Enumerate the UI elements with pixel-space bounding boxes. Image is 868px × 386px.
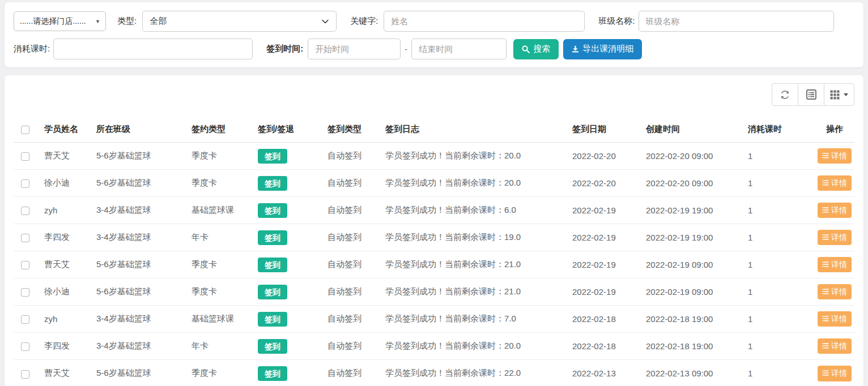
cell-checkin-date: 2022-02-19 (569, 197, 643, 224)
cell-student-name: 曹天艾 (41, 360, 93, 386)
chevron-down-icon (321, 18, 329, 25)
detail-button-label: 详情 (831, 151, 847, 161)
row-checkbox[interactable] (21, 152, 29, 161)
column-created-time: 创建时间 (643, 116, 744, 143)
detail-button[interactable]: 详情 (818, 175, 852, 191)
cell-checkin-log: 学员签到成功！当前剩余课时：19.0 (382, 224, 569, 251)
cell-contract-type: 年卡 (188, 333, 254, 360)
cell-consumed-hours: 1 (744, 306, 815, 333)
cell-contract-type: 基础篮球课 (188, 197, 254, 224)
detail-button[interactable]: 详情 (818, 257, 852, 273)
detail-button[interactable]: 详情 (818, 203, 852, 218)
detail-button-label: 详情 (831, 314, 847, 324)
cell-created-time: 2022-02-20 09:00 (643, 143, 744, 170)
columns-button[interactable] (824, 83, 854, 106)
end-time-input[interactable] (411, 38, 507, 59)
row-checkbox[interactable] (21, 315, 29, 324)
row-checkbox[interactable] (21, 261, 29, 269)
cell-checkin-log: 学员签到成功！当前剩余课时：22.0 (382, 360, 569, 386)
dropdown-arrow-icon: ▼ (95, 19, 100, 24)
type-select-value: 全部 (150, 16, 167, 27)
column-student-name: 学员姓名 (41, 116, 93, 143)
row-checkbox[interactable] (21, 370, 29, 379)
cell-checkin-log: 学员签到成功！当前剩余课时：20.0 (382, 333, 569, 360)
cell-checkin-date: 2022-02-19 (569, 224, 643, 251)
cell-checkin-type: 自动签到 (324, 224, 382, 251)
checkin-badge: 签到 (258, 176, 287, 191)
class-name-input[interactable] (639, 11, 834, 32)
cell-student-name: zyh (41, 306, 93, 333)
detail-list-icon (822, 234, 829, 241)
store-select-value: ......请选择门店...... (20, 16, 86, 27)
detail-list-icon (822, 315, 829, 322)
cell-contract-type: 季度卡 (188, 170, 254, 197)
row-checkbox[interactable] (21, 342, 29, 351)
cell-student-name: 李四发 (41, 224, 93, 251)
cell-class: 3-4岁基础篮球 (93, 197, 188, 224)
download-icon (572, 45, 579, 53)
filter-panel: ......请选择门店...... ▼ 类型: 全部 关键字: 班级名称: 消耗… (5, 2, 863, 67)
cell-class: 5-6岁基础篮球 (93, 360, 188, 386)
cell-checkin-log: 学员签到成功！当前剩余课时：21.0 (382, 251, 569, 278)
row-checkbox[interactable] (21, 234, 29, 242)
cell-checkin-type: 自动签到 (324, 197, 382, 224)
table-row: 曹天艾 5-6岁基础篮球 季度卡 签到 自动签到 学员签到成功！当前剩余课时：2… (14, 360, 854, 386)
table-body: 曹天艾 5-6岁基础篮球 季度卡 签到 自动签到 学员签到成功！当前剩余课时：2… (14, 143, 854, 386)
cell-contract-type: 季度卡 (188, 251, 254, 278)
cell-checkin-type: 自动签到 (324, 143, 382, 170)
keyword-input[interactable] (384, 11, 585, 32)
cell-student-name: 李四发 (41, 333, 93, 360)
cell-checkin-log: 学员签到成功！当前剩余课时：20.0 (382, 170, 569, 197)
detail-button-label: 详情 (831, 260, 847, 269)
checkin-badge: 签到 (258, 258, 287, 272)
table-row: 曹天艾 5-6岁基础篮球 季度卡 签到 自动签到 学员签到成功！当前剩余课时：2… (14, 143, 854, 170)
detail-button-label: 详情 (831, 178, 847, 188)
refresh-button[interactable] (772, 83, 798, 106)
cell-contract-type: 季度卡 (188, 143, 254, 170)
cell-student-name: 曹天艾 (41, 143, 93, 170)
search-button[interactable]: 搜索 (513, 39, 559, 59)
checkin-badge: 签到 (258, 203, 287, 218)
detail-button[interactable]: 详情 (818, 366, 852, 381)
cell-checkin-date: 2022-02-18 (569, 306, 643, 333)
class-name-label: 班级名称: (598, 16, 635, 27)
caret-down-icon (844, 93, 848, 96)
table-header: 学员姓名 所在班级 签约类型 签到/签退 签到类型 签到日志 签到日期 创建时间… (14, 116, 854, 143)
start-time-input[interactable] (308, 38, 401, 59)
detail-button-label: 详情 (831, 287, 847, 297)
detail-button[interactable]: 详情 (818, 311, 852, 327)
detail-button[interactable]: 详情 (818, 230, 852, 246)
detail-button[interactable]: 详情 (818, 338, 852, 354)
detail-button[interactable]: 详情 (818, 284, 852, 300)
search-button-label: 搜索 (533, 44, 550, 54)
cell-checkin-type: 自动签到 (324, 251, 382, 278)
row-checkbox[interactable] (21, 288, 29, 297)
cell-consumed-hours: 1 (744, 251, 815, 278)
consumed-hours-input[interactable] (53, 38, 253, 59)
detail-button-label: 详情 (831, 205, 847, 215)
table-row: 曹天艾 5-6岁基础篮球 季度卡 签到 自动签到 学员签到成功！当前剩余课时：2… (14, 251, 854, 278)
row-checkbox[interactable] (21, 179, 29, 188)
export-button[interactable]: 导出课消明细 (563, 39, 642, 59)
cell-student-name: 徐小迪 (41, 170, 93, 197)
cell-consumed-hours: 1 (744, 143, 815, 170)
cell-checkin-date: 2022-02-20 (569, 170, 643, 197)
cell-contract-type: 季度卡 (188, 278, 254, 306)
row-checkbox[interactable] (21, 207, 29, 215)
detail-button[interactable]: 详情 (818, 148, 852, 164)
cell-consumed-hours: 1 (744, 278, 815, 306)
checkin-time-label: 签到时间: (266, 44, 303, 54)
select-all-checkbox[interactable] (21, 126, 29, 134)
detail-view-button[interactable] (798, 83, 824, 106)
checkin-badge: 签到 (258, 366, 287, 381)
export-button-label: 导出课消明细 (582, 44, 633, 54)
column-consumed-hours: 消耗课时 (744, 116, 815, 143)
cell-checkin-type: 自动签到 (324, 170, 382, 197)
type-select[interactable]: 全部 (142, 11, 337, 32)
table-row: zyh 3-4岁基础篮球 基础篮球课 签到 自动签到 学员签到成功！当前剩余课时… (14, 197, 854, 224)
detail-list-icon (822, 261, 829, 268)
checkin-records-table: 学员姓名 所在班级 签约类型 签到/签退 签到类型 签到日志 签到日期 创建时间… (14, 116, 854, 386)
table-panel: 学员姓名 所在班级 签约类型 签到/签退 签到类型 签到日志 签到日期 创建时间… (5, 75, 863, 386)
store-select[interactable]: ......请选择门店...... ▼ (14, 11, 106, 31)
cell-checkin-date: 2022-02-13 (569, 360, 643, 386)
